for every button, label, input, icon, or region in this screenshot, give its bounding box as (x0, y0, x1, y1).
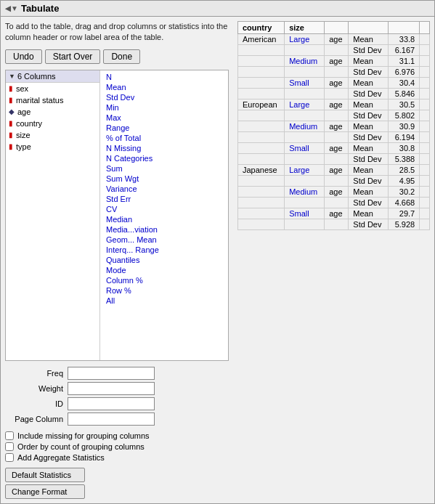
tabulate-window: ◀▼ Tabulate To add to the table, drag an… (0, 0, 435, 504)
order-by-count-checkbox-row[interactable]: Order by count of grouping columns (5, 442, 229, 451)
cell-stat: Mean (349, 56, 389, 67)
cell-val: 30.2 (389, 187, 420, 198)
table-row: Std Dev 5.846 (238, 89, 430, 99)
stat-geom-mean[interactable]: Geom... Mean (103, 235, 225, 245)
cell-val: 29.7 (389, 208, 420, 219)
add-aggregate-checkbox-row[interactable]: Add Aggregate Statistics (5, 453, 229, 462)
table-row: Medium age Mean 31.1 (238, 56, 430, 67)
cell-val: 6.976 (389, 67, 420, 78)
columns-list-panel: ▼ 6 Columns ▮ sex ▮ marital status (6, 70, 100, 360)
cell-val: 6.194 (389, 132, 420, 143)
stat-median[interactable]: Median (103, 214, 225, 224)
default-statistics-button[interactable]: Default Statistics (5, 468, 85, 482)
stat-stddev[interactable]: Std Dev (103, 92, 225, 102)
freq-input[interactable] (68, 367, 155, 380)
stat-mode[interactable]: Mode (103, 265, 225, 275)
cell-col3: age (325, 165, 349, 176)
cell-stat: Mean (349, 99, 389, 110)
cell-stat: Mean (349, 34, 389, 45)
stat-variance[interactable]: Variance (103, 184, 225, 194)
cell-size: Medium (285, 187, 325, 198)
column-label-marital: marital status (16, 96, 63, 105)
checkboxes-section: Include missing for grouping columns Ord… (5, 431, 229, 462)
cell-val: 30.4 (389, 78, 420, 89)
collapse-icon[interactable]: ◀▼ (5, 4, 18, 12)
id-input[interactable] (68, 397, 155, 410)
bar-icon-type: ▮ (9, 142, 13, 150)
table-row: Std Dev 6.167 (238, 45, 430, 56)
cell-col3: age (325, 34, 349, 45)
table-row: Japanese Large age Mean 28.5 (238, 165, 430, 176)
change-format-button[interactable]: Change Format (5, 484, 85, 499)
stat-n[interactable]: N (103, 72, 225, 82)
description-text: To add to the table, drag and drop colum… (5, 21, 229, 44)
stat-n-missing[interactable]: N Missing (103, 143, 225, 153)
stat-row-pct[interactable]: Row % (103, 285, 225, 296)
cell-col3: age (325, 187, 349, 198)
stat-max[interactable]: Max (103, 113, 225, 123)
cell-size: Medium (285, 56, 325, 67)
done-button[interactable]: Done (103, 49, 140, 64)
stat-column-pct[interactable]: Column % (103, 275, 225, 285)
stat-n-categories[interactable]: N Categories (103, 153, 225, 163)
column-item-age[interactable]: ◆ age (6, 106, 99, 118)
table-row: Std Dev 5.928 (238, 219, 430, 230)
cell-val: 31.1 (389, 56, 420, 67)
include-missing-checkbox[interactable] (5, 431, 14, 440)
weight-input[interactable] (68, 382, 155, 395)
stat-mean[interactable]: Mean (103, 82, 225, 92)
cell-stat: Std Dev (349, 198, 389, 208)
undo-button[interactable]: Undo (5, 49, 42, 64)
column-label-age: age (17, 107, 31, 116)
table-row: Std Dev 4.95 (238, 176, 430, 187)
stat-sum-wgt[interactable]: Sum Wgt (103, 174, 225, 184)
cell-val: 4.668 (389, 198, 420, 208)
cell-val: 30.9 (389, 121, 420, 132)
stat-sum[interactable]: Sum (103, 163, 225, 174)
statistics-list: N Mean Std Dev Min Max Range % of Total … (100, 70, 228, 360)
add-aggregate-checkbox[interactable] (5, 453, 14, 462)
order-by-count-checkbox[interactable] (5, 442, 14, 451)
col-header-5 (389, 22, 420, 34)
stat-media-viation[interactable]: Media...viation (103, 224, 225, 235)
column-item-size[interactable]: ▮ size (6, 129, 99, 141)
table-row: Std Dev 5.388 (238, 154, 430, 165)
include-missing-checkbox-row[interactable]: Include missing for grouping columns (5, 431, 229, 440)
column-label-type: type (16, 142, 31, 151)
table-row: Medium age Mean 30.2 (238, 187, 430, 198)
stat-all[interactable]: All (103, 296, 225, 306)
cell-stat: Std Dev (349, 154, 389, 165)
stat-pct-total[interactable]: % of Total (103, 133, 225, 143)
columns-count-label: 6 Columns (17, 72, 56, 81)
stat-range[interactable]: Range (103, 123, 225, 133)
stat-min[interactable]: Min (103, 102, 225, 113)
start-over-button[interactable]: Start Over (45, 49, 101, 64)
stat-cv[interactable]: CV (103, 204, 225, 214)
columns-list: ▮ sex ▮ marital status ◆ age ▮ (6, 83, 99, 153)
column-label-sex: sex (16, 84, 28, 93)
column-item-country[interactable]: ▮ country (6, 118, 99, 129)
table-row: European Large age Mean 30.5 (238, 99, 430, 110)
cell-col3: age (325, 78, 349, 89)
page-column-input[interactable] (68, 412, 155, 426)
table-row: Std Dev 5.802 (238, 110, 430, 121)
columns-header[interactable]: ▼ 6 Columns (6, 70, 99, 83)
cell-stat: Mean (349, 187, 389, 198)
weight-label: Weight (5, 384, 63, 393)
cell-stat: Std Dev (349, 89, 389, 99)
column-item-type[interactable]: ▮ type (6, 141, 99, 153)
table-row: Small age Mean 30.8 (238, 143, 430, 154)
column-item-marital-status[interactable]: ▮ marital status (6, 94, 99, 106)
cell-size: Small (285, 143, 325, 154)
table-row: Std Dev 6.194 (238, 132, 430, 143)
freq-label: Freq (5, 369, 63, 378)
col-header-4 (349, 22, 389, 34)
cell-val: 30.5 (389, 99, 420, 110)
bar-icon-sex: ▮ (9, 84, 13, 92)
stat-std-err[interactable]: Std Err (103, 194, 225, 204)
column-item-sex[interactable]: ▮ sex (6, 83, 99, 94)
stat-interq-range[interactable]: Interq... Range (103, 245, 225, 255)
cell-stat: Std Dev (349, 132, 389, 143)
order-by-count-label: Order by count of grouping columns (17, 442, 145, 451)
stat-quantiles[interactable]: Quantiles (103, 255, 225, 265)
